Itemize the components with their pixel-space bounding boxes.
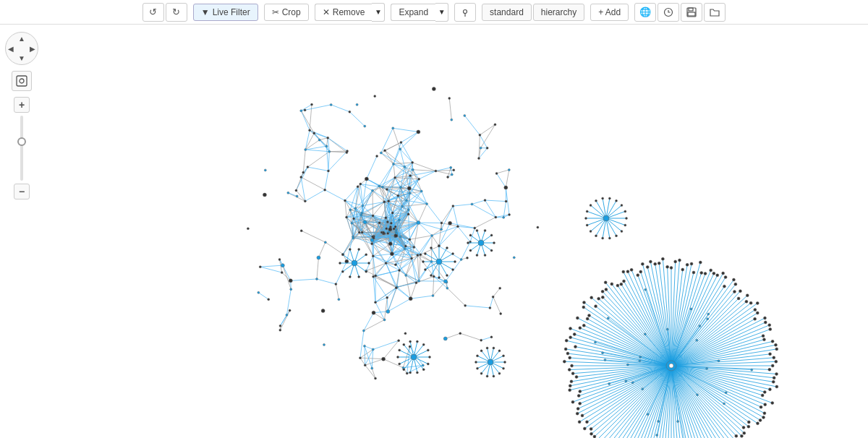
svg-line-651 <box>372 349 373 368</box>
zoom-track[interactable] <box>20 116 23 181</box>
svg-point-1361 <box>590 296 593 299</box>
svg-point-1038 <box>364 364 366 366</box>
svg-point-1171 <box>773 377 775 379</box>
svg-line-922 <box>433 277 434 296</box>
svg-point-1057 <box>279 325 281 327</box>
expand-button[interactable]: Expand <box>391 4 435 21</box>
svg-point-1588 <box>422 369 425 371</box>
svg-point-1557 <box>602 237 604 239</box>
svg-point-1157 <box>447 176 449 178</box>
svg-line-607 <box>420 254 431 262</box>
svg-point-1136 <box>296 195 298 197</box>
svg-point-1407 <box>674 260 677 263</box>
redo-button[interactable]: ↻ <box>166 3 187 22</box>
svg-point-1571 <box>595 199 597 202</box>
expand-dropdown[interactable]: ▼ <box>435 3 448 22</box>
svg-point-1658 <box>430 246 433 249</box>
svg-line-643 <box>326 242 344 254</box>
svg-point-1161 <box>361 231 363 233</box>
svg-point-1002 <box>304 200 306 202</box>
svg-point-1499 <box>707 313 710 315</box>
expand-group: Expand ▼ <box>391 3 448 22</box>
svg-point-976 <box>500 312 502 314</box>
svg-point-1431 <box>722 272 725 275</box>
svg-point-1077 <box>492 296 494 298</box>
svg-point-1020 <box>513 257 515 259</box>
zoom-thumb[interactable] <box>17 137 26 146</box>
svg-point-1415 <box>690 262 693 265</box>
live-filter-button[interactable]: ▼ Live Filter <box>193 4 258 21</box>
svg-point-1110 <box>399 148 401 150</box>
svg-line-403 <box>375 302 385 319</box>
remove-button[interactable]: ✕ Remove <box>315 4 373 21</box>
svg-point-1656 <box>424 253 426 255</box>
zoom-out-button[interactable]: − <box>14 184 30 199</box>
svg-point-1028 <box>452 205 454 207</box>
zoom-in-button[interactable]: + <box>14 97 30 113</box>
pan-down-button[interactable]: ▼ <box>18 54 25 62</box>
svg-line-534 <box>329 151 347 152</box>
svg-line-671 <box>325 190 345 201</box>
svg-line-485 <box>387 298 388 312</box>
svg-point-1150 <box>363 345 365 347</box>
svg-line-616 <box>365 365 375 378</box>
save-button[interactable] <box>681 3 702 22</box>
svg-point-1175 <box>775 385 778 388</box>
pan-right-button[interactable]: ▶ <box>30 45 35 53</box>
fit-button[interactable] <box>12 71 32 91</box>
svg-line-894 <box>372 369 375 379</box>
undo-button[interactable]: ↺ <box>142 3 164 22</box>
remove-dropdown[interactable]: ▼ <box>372 3 385 22</box>
svg-line-455 <box>397 283 417 287</box>
svg-point-1128 <box>474 227 476 229</box>
svg-line-553 <box>362 191 373 206</box>
svg-point-1018 <box>352 237 354 239</box>
svg-line-754 <box>383 164 393 187</box>
svg-line-167 <box>446 333 460 338</box>
svg-line-451 <box>305 190 325 202</box>
svg-point-1158 <box>259 266 261 268</box>
svg-line-574 <box>441 206 453 229</box>
svg-point-1579 <box>621 205 623 207</box>
svg-point-1068 <box>327 170 329 172</box>
crop-icon: ✂ <box>272 7 279 17</box>
svg-point-1677 <box>467 242 469 244</box>
svg-point-1590 <box>416 372 418 374</box>
svg-line-1440 <box>671 292 734 366</box>
pan-left-button[interactable]: ◀ <box>8 45 14 53</box>
svg-point-1706 <box>365 254 367 256</box>
svg-point-1365 <box>601 296 604 299</box>
svg-point-954 <box>363 220 367 224</box>
svg-point-1369 <box>605 288 608 291</box>
svg-point-964 <box>456 226 459 228</box>
folder-button[interactable] <box>704 3 726 22</box>
svg-point-1563 <box>586 224 588 226</box>
svg-point-1143 <box>388 200 390 202</box>
svg-line-190 <box>461 242 470 259</box>
globe-button[interactable]: 🌐 <box>634 3 656 22</box>
svg-line-189 <box>458 226 470 241</box>
svg-point-1409 <box>678 259 681 262</box>
svg-point-1577 <box>616 199 618 202</box>
add-button[interactable]: + Add <box>590 4 629 21</box>
crop-button[interactable]: ✂ Crop <box>264 4 309 21</box>
history-button[interactable] <box>658 3 679 22</box>
svg-point-961 <box>365 177 368 181</box>
svg-point-1700 <box>341 254 344 256</box>
svg-point-1133 <box>441 222 443 224</box>
svg-line-935 <box>288 193 297 197</box>
svg-point-1115 <box>404 245 407 247</box>
svg-point-1098 <box>415 282 417 284</box>
svg-line-95 <box>481 124 495 147</box>
standard-button[interactable]: standard <box>482 4 532 21</box>
svg-line-936 <box>373 191 373 216</box>
pan-up-button[interactable]: ▲ <box>18 35 25 43</box>
hierarchy-button[interactable]: hierarchy <box>533 4 584 21</box>
svg-point-1329 <box>569 356 571 359</box>
graph-canvas[interactable]: // We'll draw this programmatically afte… <box>0 25 868 438</box>
svg-line-621 <box>328 138 347 151</box>
svg-point-1169 <box>775 372 778 375</box>
svg-line-1422 <box>671 274 705 366</box>
location-button[interactable] <box>454 3 476 22</box>
svg-point-999 <box>357 186 359 188</box>
